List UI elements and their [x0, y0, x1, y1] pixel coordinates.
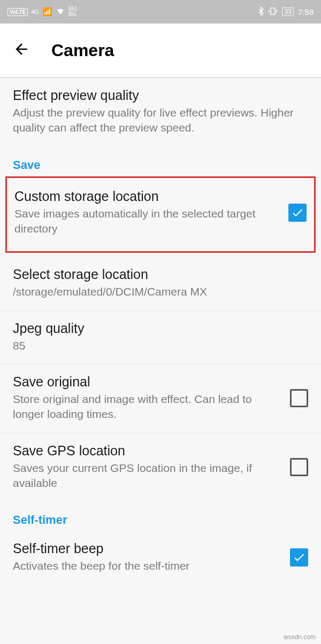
setting-subtitle: /storage/emulated/0/DCIM/Camera MX	[13, 284, 308, 299]
setting-custom-storage[interactable]: Custom storage location Save images auto…	[7, 178, 314, 252]
setting-title: Jpeg quality	[13, 321, 308, 336]
bluetooth-icon	[258, 7, 264, 17]
setting-jpeg-quality[interactable]: Jpeg quality 85	[0, 311, 321, 364]
setting-subtitle: Activates the beep for the self-timer	[13, 558, 279, 573]
setting-title: Save original	[13, 374, 279, 390]
setting-title: Effect preview quality	[13, 88, 308, 103]
setting-subtitle: 85	[13, 338, 308, 353]
status-left: VoLTE 4G 📶 651 B/s	[7, 6, 78, 17]
svg-rect-0	[271, 8, 275, 14]
setting-select-storage[interactable]: Select storage location /storage/emulate…	[0, 253, 321, 311]
signal-icon: 📶	[42, 7, 52, 17]
setting-subtitle: Saves your current GPS location in the i…	[13, 461, 279, 491]
settings-list: Effect preview quality Adjust the previe…	[0, 78, 321, 585]
battery-icon: 33	[282, 7, 293, 16]
watermark: wsxdn.com	[284, 633, 316, 641]
setting-subtitle: Save images automatically in the selecte…	[14, 206, 278, 237]
checkbox-save-original[interactable]	[290, 389, 308, 407]
setting-title: Select storage location	[13, 267, 308, 282]
data-speed: 651 B/s	[68, 6, 78, 17]
setting-selftimer-beep[interactable]: Self-timer beep Activates the beep for t…	[0, 531, 321, 584]
wifi-icon	[56, 7, 65, 17]
time: 7:58	[298, 7, 314, 17]
setting-subtitle: Store original and image with effect. Ca…	[13, 392, 279, 422]
section-header-save: Save	[0, 146, 321, 176]
network-indicator: 4G	[31, 9, 39, 15]
volte-badge: VoLTE	[7, 8, 28, 16]
back-arrow-icon[interactable]	[13, 41, 30, 60]
status-right: 33 7:58	[258, 7, 314, 17]
setting-title: Save GPS location	[13, 443, 279, 459]
vibrate-icon	[268, 7, 278, 17]
setting-title: Self-timer beep	[13, 541, 279, 556]
checkbox-selftimer-beep[interactable]	[290, 548, 308, 567]
setting-effect-preview[interactable]: Effect preview quality Adjust the previe…	[0, 78, 321, 146]
highlighted-setting: Custom storage location Save images auto…	[5, 176, 316, 253]
setting-save-gps[interactable]: Save GPS location Saves your current GPS…	[0, 433, 321, 502]
section-header-selftimer: Self-timer	[0, 501, 321, 531]
setting-subtitle: Adjust the preview quality for live effe…	[13, 105, 308, 136]
checkbox-save-gps[interactable]	[290, 458, 308, 476]
status-bar: VoLTE 4G 📶 651 B/s 33 7:58	[0, 0, 321, 24]
setting-save-original[interactable]: Save original Store original and image w…	[0, 364, 321, 433]
header: Camera	[0, 24, 321, 77]
setting-title: Custom storage location	[14, 189, 278, 204]
checkbox-custom-storage[interactable]	[288, 204, 307, 222]
page-title: Camera	[51, 41, 114, 60]
